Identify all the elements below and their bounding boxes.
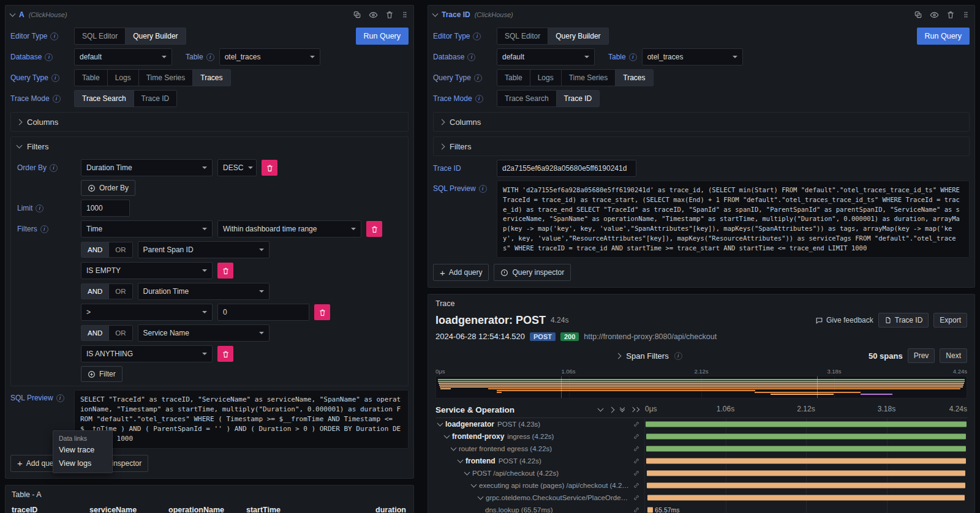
info-icon[interactable] [206,53,214,61]
query-inspector-button[interactable]: Query inspector [494,264,571,281]
drag-handle-icon[interactable] [401,10,409,19]
option-traces[interactable]: Traces [616,70,652,86]
col-starttime[interactable]: startTime [246,503,349,513]
link-icon[interactable] [633,445,640,452]
span-row[interactable]: router frontend egress (4.22s) [435,443,967,455]
filter-field-select[interactable]: Time [81,220,213,238]
info-icon[interactable] [56,394,64,402]
info-icon[interactable] [36,204,43,212]
span-bar[interactable] [647,483,965,489]
view-trace-menu-item[interactable]: View trace [53,443,112,457]
chevron-down-icon[interactable] [458,457,464,463]
info-icon[interactable] [50,32,58,40]
add-order-by-button[interactable]: Order By [81,180,135,196]
info-icon[interactable] [51,74,59,82]
option-logs[interactable]: Logs [108,70,139,86]
option-trace-search[interactable]: Trace Search [497,91,557,107]
chevron-down-icon[interactable] [444,433,450,439]
collapse-query-icon[interactable] [10,11,16,17]
trace-id-input[interactable]: d2a7155ef6a928a05680e5ff6190241d [497,160,636,177]
option-sql-editor[interactable]: SQL Editor [75,28,126,44]
info-icon[interactable] [674,352,682,360]
option-and[interactable]: AND [81,326,109,340]
link-icon[interactable] [633,482,640,489]
delete-query-icon[interactable] [946,10,955,19]
order-by-field-select[interactable]: Duration Time [81,159,213,176]
chevron-down-icon[interactable] [437,421,443,427]
database-select[interactable]: default [74,48,172,66]
col-servicename[interactable]: serviceName [89,503,168,513]
condition-1-field-select[interactable]: Parent Span ID [138,241,270,258]
span-row[interactable]: dns.lookup (65.57ms) 65.57ms [435,504,967,513]
info-icon[interactable] [473,32,481,40]
condition-2-value-input[interactable]: 0 [217,304,309,321]
run-query-button[interactable]: Run Query [917,28,970,45]
next-span-button[interactable]: Next [940,348,967,363]
info-icon[interactable] [40,225,48,233]
span-bar[interactable] [647,495,965,501]
hide-query-icon[interactable] [369,10,378,20]
option-sql-editor[interactable]: SQL Editor [497,28,548,44]
order-by-direction-select[interactable]: DESC [217,159,257,176]
delete-query-icon[interactable] [385,10,394,19]
info-icon[interactable] [467,53,475,61]
info-icon[interactable] [474,74,482,82]
remove-order-by-button[interactable] [262,160,277,176]
option-and[interactable]: AND [81,242,109,257]
hide-query-icon[interactable] [930,10,939,20]
link-icon[interactable] [633,506,640,513]
remove-condition-2-button[interactable] [314,304,330,320]
span-row[interactable]: frontend-proxyingress (4.22s) [435,430,967,443]
link-icon[interactable] [633,457,640,465]
duplicate-query-icon[interactable] [353,10,361,19]
minimap-cursor[interactable] [561,376,562,398]
remove-condition-1-button[interactable] [217,263,233,279]
chevron-down-icon[interactable] [471,482,477,488]
chevron-right-icon[interactable] [616,353,622,359]
span-bar[interactable] [647,471,966,476]
trace-minimap[interactable] [435,376,967,399]
run-query-button[interactable]: Run Query [356,28,409,45]
condition-1-operator-select[interactable]: IS EMPTY [81,262,213,279]
option-traces[interactable]: Traces [193,70,230,86]
export-button[interactable]: Export [933,313,967,328]
condition-2-field-select[interactable]: Duration Time [138,283,270,300]
filters-section-header[interactable]: Filters [440,141,963,152]
limit-input[interactable]: 1000 [81,200,130,217]
columns-section-header[interactable]: Columns [17,116,402,127]
span-bar[interactable] [646,459,966,464]
condition-2-operator-select[interactable]: > [81,304,213,321]
chevron-down-icon[interactable] [464,470,470,476]
condition-3-operator-select[interactable]: IS ANYTHING [81,345,213,362]
prev-span-button[interactable]: Prev [908,348,935,363]
chevron-down-icon[interactable] [451,445,457,451]
trace-id-button[interactable]: Trace ID [878,313,929,328]
link-icon[interactable] [633,421,640,428]
col-operationname[interactable]: operationName [168,503,246,513]
add-filter-button[interactable]: Filter [81,366,123,382]
drag-handle-icon[interactable] [962,10,970,19]
option-or[interactable]: OR [109,284,132,299]
span-row[interactable]: loadgeneratorPOST (4.23s) [435,418,967,430]
info-icon[interactable] [53,95,61,103]
option-or[interactable]: OR [109,242,132,257]
filters-section-header[interactable]: Filters [17,141,402,152]
info-icon[interactable] [629,53,637,61]
span-bar[interactable] [646,434,967,440]
option-and[interactable]: AND [81,284,109,299]
remove-filter-button[interactable] [366,221,382,237]
collapse-one-icon[interactable] [598,406,604,412]
info-icon[interactable] [50,164,58,172]
collapse-all-icon[interactable] [620,408,624,411]
duplicate-query-icon[interactable] [914,10,922,19]
expand-one-icon[interactable] [609,406,615,413]
option-logs[interactable]: Logs [530,70,562,86]
option-or[interactable]: OR [109,326,132,340]
columns-section-header[interactable]: Columns [440,116,963,127]
option-trace-id[interactable]: Trace ID [134,91,177,107]
col-duration[interactable]: duration [349,503,407,513]
option-time-series[interactable]: Time Series [139,70,194,86]
table-select[interactable]: otel_traces [219,48,320,66]
option-time-series[interactable]: Time Series [562,70,616,86]
link-icon[interactable] [633,470,640,477]
